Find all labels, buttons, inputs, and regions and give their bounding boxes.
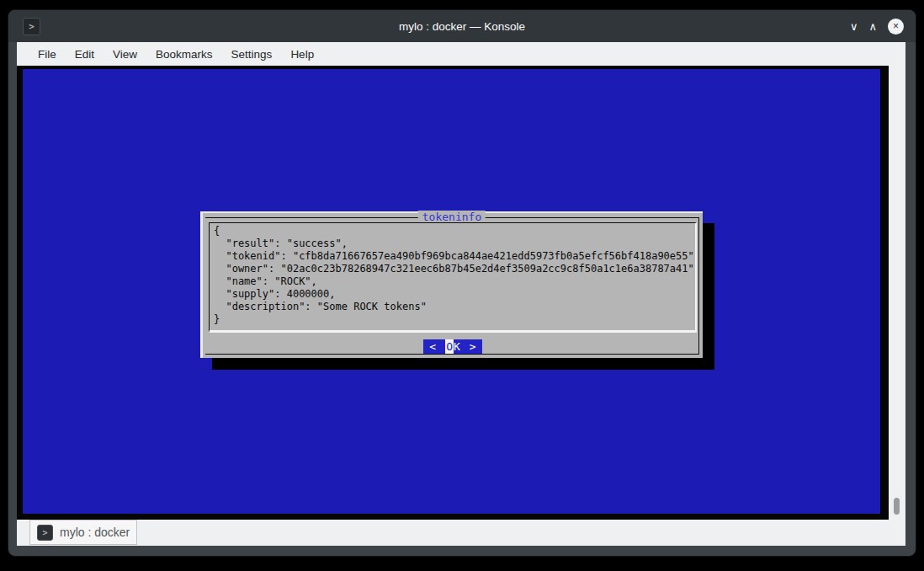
ok-button-label-rest: K	[454, 339, 460, 354]
terminal-screen[interactable]: tokeninfo { "result": "success", "tokeni…	[23, 69, 880, 514]
json-line: }	[210, 313, 695, 326]
ok-button-right-arrow: >	[468, 339, 478, 354]
ok-button-cursor: O	[445, 339, 454, 354]
json-output-box: { "result": "success", "tokenid": "cfb8d…	[209, 222, 697, 333]
konsole-app-icon: >	[23, 18, 40, 35]
window-title: mylo : docker — Konsole	[8, 20, 916, 33]
menu-settings[interactable]: Settings	[222, 45, 282, 64]
terminal-scrollbar[interactable]	[889, 66, 905, 520]
maximize-icon[interactable]: ∧	[868, 21, 877, 32]
menu-help[interactable]: Help	[281, 45, 323, 64]
tab-mylo-docker[interactable]: > mylo : docker	[29, 520, 137, 545]
json-line: {	[210, 223, 695, 237]
tab-bar: > mylo : docker	[17, 520, 905, 546]
menu-bookmarks[interactable]: Bookmarks	[146, 45, 222, 64]
dialog-button-row: < O K >	[203, 338, 703, 353]
json-line: "description": "Some ROCK tokens"	[210, 301, 695, 313]
title-bar[interactable]: > mylo : docker — Konsole ∨ ∧ ×	[8, 10, 916, 42]
tokeninfo-dialog: tokeninfo { "result": "success", "tokeni…	[200, 211, 703, 358]
menu-file[interactable]: File	[29, 45, 66, 64]
konsole-tab-icon: >	[37, 525, 53, 541]
menu-edit[interactable]: Edit	[66, 45, 104, 64]
terminal-view[interactable]: tokeninfo { "result": "success", "tokeni…	[17, 66, 905, 520]
close-icon[interactable]: ×	[888, 19, 904, 35]
window-controls: ∨ ∧ ×	[850, 10, 904, 42]
json-line: "result": "success",	[210, 237, 695, 250]
menu-view[interactable]: View	[104, 45, 146, 64]
json-line: "name": "ROCK",	[210, 275, 695, 288]
json-line: "supply": 4000000,	[210, 288, 695, 301]
scrollbar-thumb[interactable]	[894, 498, 900, 515]
json-line: "owner": "02ac0c23b78268947c321eec6b87b4…	[210, 263, 695, 275]
minimize-icon[interactable]: ∨	[850, 21, 858, 32]
konsole-window: > mylo : docker — Konsole ∨ ∧ × File Edi…	[8, 9, 916, 557]
json-line: "tokenid": "cfb8da71667657ea490bf969bca8…	[210, 250, 695, 263]
menu-bar: File Edit View Bookmarks Settings Help	[17, 42, 905, 66]
tab-label: mylo : docker	[60, 526, 130, 539]
ok-button[interactable]: < O K >	[423, 339, 481, 354]
ok-button-left-arrow: <	[427, 339, 438, 354]
